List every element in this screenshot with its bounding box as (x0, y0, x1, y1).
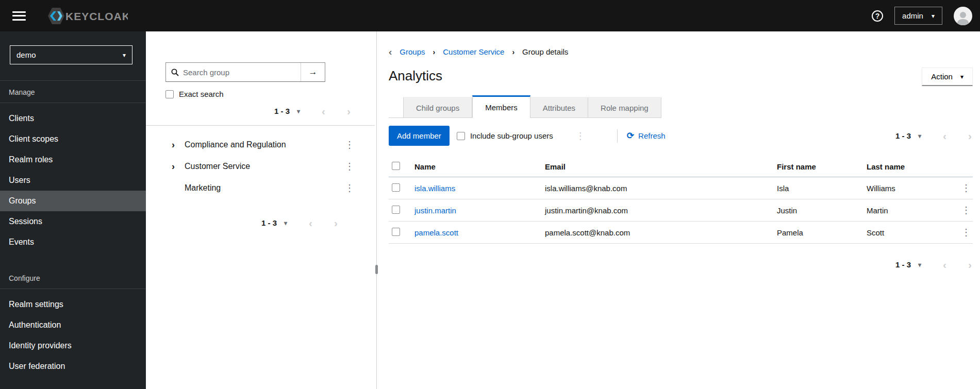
member-name-link[interactable]: pamela.scott (414, 228, 545, 237)
sidebar: demo ▾ Manage Clients Client scopes Real… (0, 31, 146, 389)
brand-text: KEYCLOAK (65, 10, 128, 22)
add-member-button[interactable]: Add member (389, 126, 450, 146)
refresh-label: Refresh (638, 131, 666, 140)
panel-resize-handle[interactable] (375, 265, 378, 274)
keycloak-logo: KEYCLOAK (46, 7, 128, 25)
user-menu-dropdown[interactable]: admin ▾ (894, 7, 942, 25)
sidebar-item-client-scopes[interactable]: Client scopes (0, 129, 146, 149)
realm-select-value: demo (16, 50, 36, 59)
refresh-icon: ⟳ (627, 131, 634, 140)
group-tree-panel: → Exact search 1 - 3 ▾ ‹ › › Compliance … (146, 31, 375, 389)
kebab-menu-icon[interactable]: ⋮ (343, 140, 356, 149)
row-kebab-menu-icon[interactable]: ⋮ (959, 228, 973, 237)
group-search: → (165, 62, 325, 82)
person-icon (955, 10, 971, 25)
group-tree: › Compliance and Regulation ⋮ › Customer… (146, 126, 375, 199)
sidebar-item-identity-providers[interactable]: Identity providers (0, 335, 146, 356)
tab-attributes[interactable]: Attributes (530, 97, 588, 117)
column-header-first-name: First name (777, 162, 867, 171)
pagination-range: 1 - 3 (274, 107, 290, 115)
member-email: justin.martin@knab.com (545, 206, 777, 215)
member-email: pamela.scott@knab.com (545, 228, 777, 237)
toolbar-kebab-menu-icon[interactable]: ⋮ (574, 131, 587, 141)
group-tree-item-customer-service: › Customer Service ⋮ (146, 156, 375, 177)
next-page-button[interactable]: › (334, 217, 338, 228)
breadcrumb-current: Group details (522, 47, 568, 56)
table-row: pamela.scott pamela.scott@knab.com Pamel… (389, 222, 973, 244)
member-first-name: Justin (777, 206, 867, 215)
row-checkbox[interactable] (392, 183, 400, 192)
table-header-row: Name Email First name Last name (389, 157, 973, 177)
column-header-name: Name (414, 162, 545, 171)
breadcrumb-separator-icon: › (433, 48, 436, 56)
group-detail-tabs: Child groups Members Attributes Role map… (389, 95, 661, 118)
exact-search-checkbox[interactable] (165, 90, 174, 98)
per-page-toggle[interactable]: 1 - 3 ▾ (274, 107, 300, 115)
exact-search-option: Exact search (165, 90, 355, 98)
select-all-checkbox[interactable] (392, 162, 400, 170)
sidebar-item-realm-roles[interactable]: Realm roles (0, 149, 146, 170)
previous-page-button[interactable]: ‹ (322, 106, 325, 116)
sidebar-item-clients[interactable]: Clients (0, 108, 146, 129)
row-checkbox[interactable] (392, 228, 400, 236)
avatar[interactable] (954, 7, 972, 25)
include-subgroup-checkbox[interactable] (457, 132, 465, 140)
row-kebab-menu-icon[interactable]: ⋮ (959, 206, 973, 215)
pagination-range: 1 - 3 (895, 131, 911, 140)
next-page-button[interactable]: › (968, 130, 972, 141)
chevron-down-icon: ▾ (918, 262, 921, 268)
sidebar-section-configure: Configure (0, 267, 146, 289)
next-page-button[interactable]: › (347, 106, 351, 116)
tab-child-groups[interactable]: Child groups (403, 97, 472, 117)
member-name-link[interactable]: isla.williams (414, 184, 545, 193)
column-header-email: Email (545, 162, 777, 171)
refresh-button[interactable]: ⟳ Refresh (627, 131, 666, 140)
tree-pagination-bottom: 1 - 3 ▾ ‹ › (146, 217, 338, 228)
breadcrumb-groups-link[interactable]: Groups (400, 47, 425, 56)
group-name[interactable]: Marketing (185, 183, 221, 193)
sidebar-item-groups[interactable]: Groups (0, 191, 146, 211)
chevron-down-icon: ▾ (932, 13, 935, 19)
previous-page-button[interactable]: ‹ (943, 130, 946, 141)
previous-page-button[interactable]: ‹ (943, 259, 946, 270)
group-name[interactable]: Customer Service (185, 162, 250, 171)
group-tree-item-marketing: Marketing ⋮ (146, 177, 375, 199)
tab-members[interactable]: Members (472, 95, 530, 118)
user-menu-label: admin (902, 11, 923, 20)
search-submit-button[interactable]: → (301, 63, 325, 81)
sidebar-item-events[interactable]: Events (0, 232, 146, 252)
kebab-menu-icon[interactable]: ⋮ (343, 162, 356, 171)
realm-select[interactable]: demo ▾ (10, 45, 132, 64)
expand-chevron-icon[interactable]: › (169, 162, 178, 171)
group-name[interactable]: Compliance and Regulation (185, 140, 286, 149)
expand-chevron-icon[interactable]: › (169, 140, 178, 149)
chevron-down-icon: ▾ (284, 220, 287, 226)
sidebar-item-realm-settings[interactable]: Realm settings (0, 294, 146, 315)
breadcrumb-customer-service-link[interactable]: Customer Service (443, 47, 504, 56)
row-checkbox[interactable] (392, 206, 400, 214)
sidebar-item-authentication[interactable]: Authentication (0, 315, 146, 335)
sidebar-item-user-federation[interactable]: User federation (0, 356, 146, 377)
exact-search-label: Exact search (179, 90, 224, 98)
group-tree-item-compliance-and-regulation: › Compliance and Regulation ⋮ (146, 134, 375, 156)
previous-page-button[interactable]: ‹ (309, 217, 312, 228)
per-page-toggle[interactable]: 1 - 3 ▾ (895, 131, 921, 140)
chevron-down-icon: ▾ (297, 108, 300, 114)
per-page-toggle[interactable]: 1 - 3 ▾ (895, 260, 921, 269)
search-group-input[interactable] (183, 68, 295, 77)
arrow-right-icon: → (309, 67, 318, 77)
action-dropdown[interactable]: Action ▾ (922, 67, 973, 86)
nav-toggle-hamburger-icon[interactable] (12, 11, 26, 21)
tab-role-mapping[interactable]: Role mapping (588, 97, 661, 117)
kebab-menu-icon[interactable]: ⋮ (343, 183, 356, 193)
row-kebab-menu-icon[interactable]: ⋮ (959, 183, 973, 193)
sidebar-item-sessions[interactable]: Sessions (0, 211, 146, 232)
member-last-name: Martin (867, 206, 952, 215)
breadcrumb-back-icon[interactable]: ‹ (389, 47, 392, 57)
per-page-toggle[interactable]: 1 - 3 ▾ (261, 218, 287, 227)
next-page-button[interactable]: › (968, 259, 972, 270)
help-icon[interactable]: ? (872, 10, 883, 22)
member-name-link[interactable]: justin.martin (414, 206, 545, 215)
chevron-down-icon: ▾ (123, 52, 126, 58)
sidebar-item-users[interactable]: Users (0, 170, 146, 191)
